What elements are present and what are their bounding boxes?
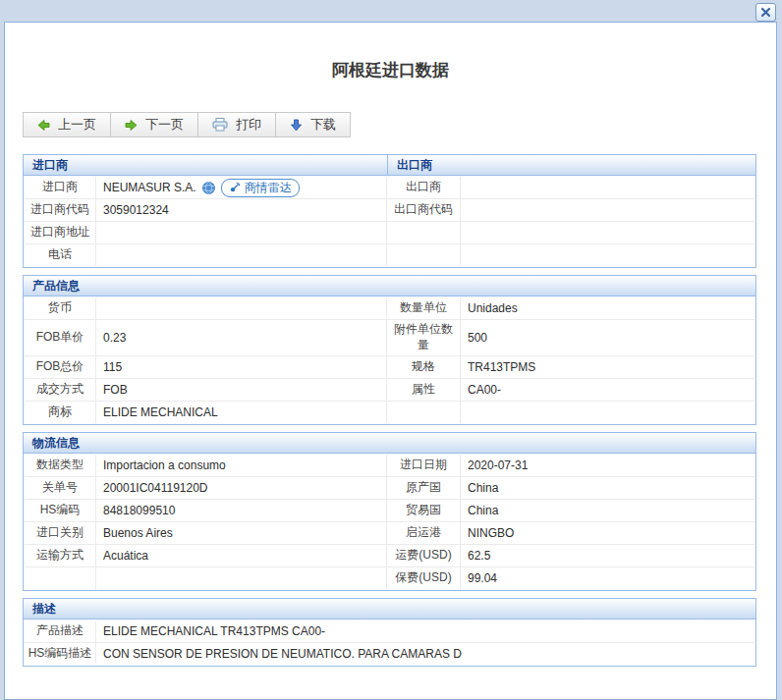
field-value: TR413TPMS — [461, 356, 754, 378]
field-label — [387, 222, 461, 243]
field-value — [461, 222, 754, 243]
print-button[interactable]: 打印 — [197, 112, 276, 137]
field-value: 2020-07-31 — [461, 455, 754, 476]
table-row: 商标 ELIDE MECHANICAL — [25, 402, 754, 423]
section-logistics-info: 物流信息 数据类型 Importacion a consumo 进口日期 202… — [23, 432, 756, 591]
field-value — [96, 567, 387, 589]
field-label: 产品描述 — [25, 620, 96, 642]
field-label — [25, 567, 96, 589]
table-row: FOB总价 115 规格 TR413TPMS — [25, 356, 754, 379]
field-label: 数据类型 — [25, 455, 96, 476]
download-label: 下载 — [310, 116, 336, 134]
field-label: 原产国 — [387, 477, 461, 499]
field-label: 进口商地址 — [25, 222, 96, 243]
field-value — [96, 297, 387, 319]
table-row: 数据类型 Importacion a consumo 进口日期 2020-07-… — [25, 455, 754, 477]
table-row: 关单号 20001IC04119120D 原产国 China — [25, 477, 754, 500]
field-label — [387, 244, 461, 266]
field-label: HS编码描述 — [25, 643, 96, 665]
section-header: 进口商 出口商 — [24, 155, 755, 176]
arrow-left-icon — [37, 119, 50, 132]
field-value — [461, 199, 754, 221]
field-label: 保费(USD) — [387, 567, 461, 589]
field-value: Buenos Aires — [96, 522, 387, 544]
table-row: FOB单价 0.23 附件单位数量 500 — [25, 320, 754, 356]
field-label: 关单号 — [25, 477, 96, 499]
printer-icon — [212, 118, 228, 132]
section-description: 描述 产品描述 ELIDE MECHANICAL TR413TPMS CA00-… — [23, 598, 756, 667]
field-value — [461, 177, 754, 198]
page-title: 阿根廷进口数据 — [5, 60, 776, 81]
table-row: 电话 — [25, 244, 754, 266]
table-row: 运输方式 Acuática 运费(USD) 62.5 — [25, 545, 754, 567]
field-value: NINGBO — [461, 522, 754, 544]
field-value: CON SENSOR DE PRESION DE NEUMATICO. PARA… — [96, 643, 754, 665]
section-header-logistics: 物流信息 — [24, 433, 755, 453]
field-label: 电话 — [25, 244, 96, 266]
table-row: 成交方式 FOB 属性 CA00- — [25, 379, 754, 402]
table-row: 进口商地址 — [25, 222, 754, 244]
record-detail: 进口商 出口商 进口商 NEUMASUR S.A. — [23, 154, 756, 667]
field-label: 进口日期 — [387, 455, 461, 476]
field-value: 99.04 — [461, 567, 754, 589]
section-header-exporter: 出口商 — [388, 155, 755, 175]
next-page-label: 下一页 — [145, 116, 184, 134]
field-value: China — [461, 500, 754, 521]
toolbar: 上一页 下一页 打印 — [23, 112, 776, 137]
table-row: 产品描述 ELIDE MECHANICAL TR413TPMS CA00- — [25, 620, 754, 643]
field-label: 规格 — [387, 356, 461, 378]
field-label — [387, 402, 461, 423]
field-value: 115 — [96, 356, 387, 378]
field-label: FOB单价 — [25, 320, 96, 355]
section-product-info: 产品信息 货币 数量单位 Unidades FOB单价 0.23 附件单位数量 … — [23, 275, 756, 425]
importer-name-cell: NEUMASUR S.A. — [96, 177, 387, 198]
field-label: 贸易国 — [387, 500, 461, 521]
download-button[interactable]: 下载 — [275, 112, 351, 137]
field-value: 20001IC04119120D — [96, 477, 387, 499]
field-value: 3059012324 — [96, 199, 387, 221]
prev-page-label: 上一页 — [58, 116, 96, 134]
field-value — [96, 244, 387, 266]
field-label: 进口商代码 — [25, 199, 96, 221]
prev-page-button[interactable]: 上一页 — [23, 112, 111, 137]
close-button[interactable] — [755, 3, 776, 22]
field-value: ELIDE MECHANICAL TR413TPMS CA00- — [96, 620, 754, 642]
field-value — [461, 402, 754, 423]
section-header-description: 描述 — [24, 599, 755, 619]
radar-badge-label: 商情雷达 — [245, 180, 292, 196]
table-row: HS编码 84818099510 贸易国 China — [25, 500, 754, 522]
close-icon — [760, 7, 771, 18]
table-row: HS编码描述 CON SENSOR DE PRESION DE NEUMATIC… — [25, 643, 754, 665]
globe-icon[interactable] — [202, 182, 215, 194]
field-value: ELIDE MECHANICAL — [96, 402, 387, 423]
field-value: CA00- — [461, 379, 754, 401]
field-value: FOB — [96, 379, 387, 401]
table-row: 进口商代码 3059012324 出口商代码 — [25, 199, 754, 222]
section-header-importer: 进口商 — [24, 155, 388, 175]
field-value: China — [461, 477, 754, 499]
section-header: 物流信息 — [24, 433, 755, 454]
next-page-button[interactable]: 下一页 — [110, 112, 198, 137]
field-label: 出口商代码 — [387, 199, 461, 221]
field-value: 500 — [461, 320, 754, 355]
field-label: 进口商 — [25, 177, 96, 198]
field-value: 0.23 — [96, 320, 387, 355]
field-label: 属性 — [387, 379, 461, 401]
field-value: 84818099510 — [96, 500, 387, 521]
table-row: 进口关别 Buenos Aires 启运港 NINGBO — [25, 522, 754, 545]
field-value: Importacion a consumo — [96, 455, 387, 476]
shangqing-radar-badge[interactable]: 商情雷达 — [221, 179, 300, 197]
field-label: FOB总价 — [25, 356, 96, 378]
print-label: 打印 — [236, 116, 261, 134]
field-label: 运费(USD) — [387, 545, 461, 566]
table-row: 货币 数量单位 Unidades — [25, 297, 754, 320]
section-importer-exporter: 进口商 出口商 进口商 NEUMASUR S.A. — [23, 154, 756, 268]
field-label: 进口关别 — [25, 522, 96, 544]
field-label: HS编码 — [25, 500, 96, 521]
field-label: 商标 — [25, 402, 96, 423]
section-header: 产品信息 — [24, 276, 755, 296]
radar-icon — [229, 182, 241, 193]
field-value: Unidades — [461, 297, 754, 319]
field-label: 运输方式 — [25, 545, 96, 566]
field-value — [461, 244, 754, 266]
